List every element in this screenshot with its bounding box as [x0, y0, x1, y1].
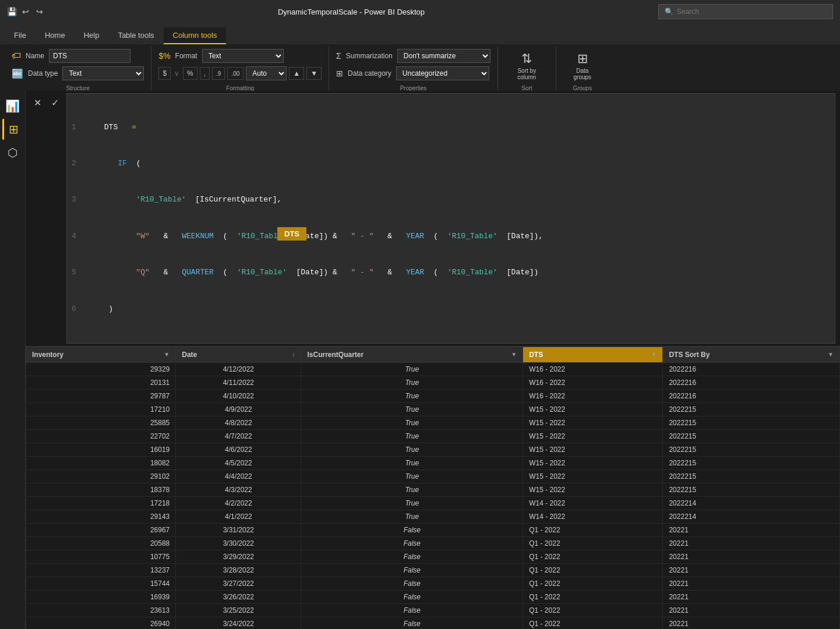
cell-dts: W15 - 2022 — [523, 483, 663, 496]
cell-date: 3/26/2022 — [176, 590, 301, 603]
cell-date: 4/2/2022 — [176, 496, 301, 510]
col-dts[interactable]: DTS ▼ — [523, 347, 663, 362]
table-row: 23613 3/25/2022 False Q1 - 2022 20221 — [26, 603, 840, 617]
col-iscurrentquarter[interactable]: IsCurrentQuarter ▼ — [301, 347, 523, 362]
cell-iscurrentquarter: False — [301, 590, 523, 603]
cell-inventory: 23613 — [26, 603, 176, 617]
cell-dts-sort-by: 20221 — [663, 523, 840, 536]
cell-inventory: 29787 — [26, 389, 176, 402]
structure-group-label: Structure — [66, 83, 90, 91]
cell-iscurrentquarter: True — [301, 483, 523, 496]
cell-dts: W16 - 2022 — [523, 389, 663, 402]
summarization-icon: Σ — [336, 51, 341, 61]
search-box[interactable]: 🔍 — [658, 4, 833, 19]
table-row: 18082 4/5/2022 True W15 - 2022 2022215 — [26, 456, 840, 469]
save-icon[interactable]: 💾 — [7, 7, 16, 16]
cell-dts: W15 - 2022 — [523, 402, 663, 416]
cell-date: 4/5/2022 — [176, 456, 301, 469]
sidebar-item-chart[interactable]: 📊 — [2, 96, 23, 116]
search-icon: 🔍 — [665, 8, 673, 16]
cell-dts-sort-by: 20221 — [663, 617, 840, 629]
cell-dts-sort-by: 20221 — [663, 603, 840, 617]
name-input[interactable] — [49, 49, 130, 63]
cell-iscurrentquarter: True — [301, 510, 523, 523]
cell-inventory: 20131 — [26, 376, 176, 389]
cell-inventory: 16939 — [26, 590, 176, 603]
data-table-wrapper[interactable]: Inventory ▼ Date ↕ IsCurrentQuarter — [26, 347, 840, 629]
format-select[interactable]: Text — [202, 49, 284, 63]
col-dts-sort-by[interactable]: DTS Sort By ▼ — [663, 347, 840, 362]
table-row: 15744 3/27/2022 False Q1 - 2022 20221 — [26, 577, 840, 590]
decimal-btn[interactable]: .9 — [212, 67, 225, 80]
cancel-formula-btn[interactable]: ✕ — [30, 96, 44, 109]
cell-dts: W16 - 2022 — [523, 376, 663, 389]
cell-dts: Q1 - 2022 — [523, 603, 663, 617]
comma-btn[interactable]: , — [200, 67, 210, 80]
cell-inventory: 26940 — [26, 617, 176, 629]
undo-icon[interactable]: ↩ — [21, 7, 30, 16]
cell-inventory: 26967 — [26, 523, 176, 536]
percent-btn[interactable]: % — [183, 67, 197, 80]
datatype-icon: 🔤 — [12, 68, 23, 79]
col-inventory[interactable]: Inventory ▼ — [26, 347, 176, 362]
cell-inventory: 18378 — [26, 483, 176, 496]
decimal-inc-btn[interactable]: .00 — [227, 67, 243, 80]
dts-sortby-sort-icon: ▼ — [828, 351, 834, 358]
sidebar-item-model[interactable]: ⬡ — [2, 142, 23, 163]
tab-file[interactable]: File — [5, 27, 36, 44]
table-header-row: Inventory ▼ Date ↕ IsCurrentQuarter — [26, 347, 840, 362]
datatype-label: Data type — [28, 69, 58, 77]
col-date[interactable]: Date ↕ — [176, 347, 301, 362]
table-row: 22702 4/7/2022 True W15 - 2022 2022215 — [26, 429, 840, 443]
summarization-select[interactable]: Don't summarize — [397, 49, 490, 63]
cell-inventory: 17218 — [26, 496, 176, 510]
datatype-select[interactable]: Text — [62, 66, 144, 80]
data-groups-btn[interactable]: ⊞ Data groups — [571, 49, 594, 83]
table-row: 26967 3/31/2022 False Q1 - 2022 20221 — [26, 523, 840, 536]
tab-help[interactable]: Help — [75, 27, 109, 44]
cell-dts-sort-by: 2022215 — [663, 416, 840, 429]
cell-dts: Q1 - 2022 — [523, 617, 663, 629]
cell-dts-sort-by: 2022215 — [663, 456, 840, 469]
auto-spin-up[interactable]: ▲ — [289, 67, 304, 80]
cell-inventory: 13237 — [26, 563, 176, 577]
auto-select[interactable]: Auto — [246, 66, 287, 80]
redo-icon[interactable]: ↪ — [35, 7, 44, 16]
dts-sort-icon: ▼ — [651, 351, 657, 358]
cell-dts: W15 - 2022 — [523, 443, 663, 456]
search-input[interactable] — [677, 8, 827, 16]
cell-date: 4/6/2022 — [176, 443, 301, 456]
cell-inventory: 18082 — [26, 456, 176, 469]
format-label: Format — [175, 52, 197, 60]
table-row: 29102 4/4/2022 True W15 - 2022 2022215 — [26, 469, 840, 483]
data-groups-label: Data groups — [574, 68, 592, 80]
cell-dts: W15 - 2022 — [523, 429, 663, 443]
cell-dts: W14 - 2022 — [523, 496, 663, 510]
formula-editor[interactable]: 1 DTS = 2 IF( 3 'R10_Table'[IsCurrentQua… — [66, 93, 835, 344]
cell-dts-sort-by: 2022216 — [663, 376, 840, 389]
cell-iscurrentquarter: True — [301, 429, 523, 443]
tab-home[interactable]: Home — [36, 27, 75, 44]
cell-dts-sort-by: 2022215 — [663, 443, 840, 456]
cell-inventory: 25885 — [26, 416, 176, 429]
sort-icon: ⇅ — [521, 51, 532, 66]
ribbon-group-sort: ⇅ Sort by column Sort — [498, 47, 556, 94]
tab-column-tools[interactable]: Column tools — [164, 27, 227, 44]
properties-group-label: Properties — [400, 83, 427, 91]
sidebar-item-table[interactable]: ⊞ — [2, 119, 23, 140]
cell-date: 3/25/2022 — [176, 603, 301, 617]
auto-spin-down[interactable]: ▼ — [306, 67, 322, 80]
sort-by-col-label: Sort by column — [517, 68, 536, 80]
tab-table-tools[interactable]: Table tools — [108, 27, 163, 44]
cell-iscurrentquarter: False — [301, 536, 523, 550]
table-row: 26940 3/24/2022 False Q1 - 2022 20221 — [26, 617, 840, 629]
dollar-btn[interactable]: $ — [158, 67, 171, 80]
datacategory-select[interactable]: Uncategorized — [396, 66, 489, 80]
cell-inventory: 29329 — [26, 362, 176, 376]
cell-dts-sort-by: 2022216 — [663, 389, 840, 402]
table-row: 16939 3/26/2022 False Q1 - 2022 20221 — [26, 590, 840, 603]
confirm-formula-btn[interactable]: ✓ — [48, 96, 62, 109]
sort-by-column-btn[interactable]: ⇅ Sort by column — [515, 49, 538, 83]
inventory-sort-icon: ▼ — [164, 351, 170, 358]
datacategory-icon: ⊞ — [336, 69, 343, 78]
